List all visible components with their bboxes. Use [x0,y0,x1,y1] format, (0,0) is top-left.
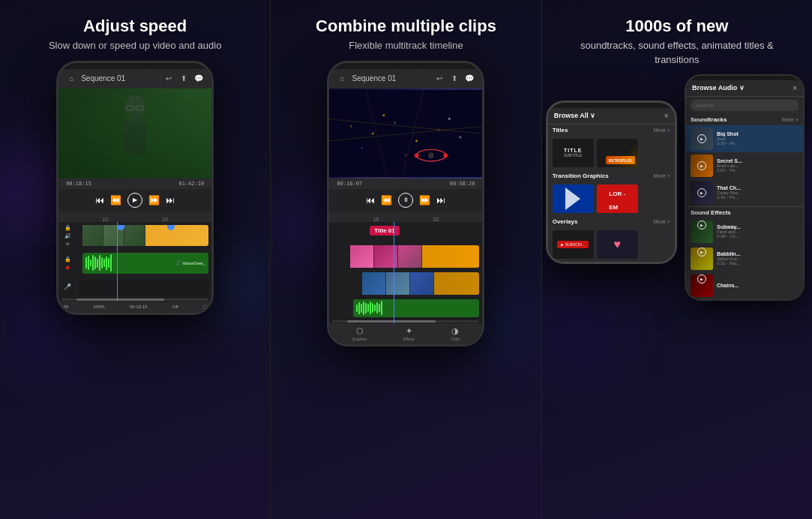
ruler-mark-10: 10 [102,217,108,222]
wb [376,302,378,314]
skip-start-btn-2[interactable]: ⏮ [366,195,375,206]
sfx-item-babbling[interactable]: ▶ Babblin... Splice Ext... 0:31 - Nat... [686,245,803,272]
undo-icon-1[interactable]: ↩ [163,74,174,84]
voiceover-label: 🎵 VoiceOver_ [175,260,205,266]
play-btn-chains[interactable]: ▶ [697,274,706,284]
wave-bar [92,255,94,272]
lock-icon-audio[interactable]: 🔒 [64,256,71,262]
play-btn-2[interactable]: ⏸ [398,193,413,208]
skip-end-btn-2[interactable]: ⏭ [436,195,445,206]
audio-search-box[interactable]: Search [691,100,799,111]
audio-item-that[interactable]: ▶ That Ch... Carey Ros... 2:42 - Po... [686,179,803,206]
sfx-item-chains[interactable]: ▶ Chains... [686,272,803,299]
overlays-more[interactable]: More > [654,219,670,224]
undo-icon-2[interactable]: ↩ [434,74,445,84]
step-back-btn-2[interactable]: ⏪ [381,195,392,206]
step-back-btn-1[interactable]: ⏪ [110,195,121,206]
skip-to-start-btn-1[interactable]: ⏮ [95,195,104,206]
keyframe-handle-right[interactable] [167,225,175,230]
video-track-container-2a [347,244,482,269]
overlay-subscribe[interactable]: ▶ SUBSCRI... [553,230,594,259]
comment-icon-1[interactable]: 💬 [193,74,204,84]
track-video-inner [82,225,145,246]
share-icon-1[interactable]: ⬆ [178,74,189,84]
track-thumb-3 [124,225,145,246]
waveform-2 [353,299,479,317]
soundtracks-more[interactable]: More > [782,117,799,122]
sound-effects-section: Sound Effects ▶ Subway... Field and... 0… [686,206,803,299]
bottom-icon-effects[interactable]: ✦ Effects [403,326,415,341]
audio-item-big-shot[interactable]: ▶ Big Shot Asat 3:30 - Alt... [686,125,803,152]
graphics-label: Graphics [352,337,367,341]
share-icon-2[interactable]: ⬆ [449,74,460,84]
step-fwd-btn-2[interactable]: ⏩ [419,195,430,206]
sfx-label: Sound Effects [691,209,731,216]
h-scrollbar-2 [332,320,479,322]
svg-point-17 [361,147,363,148]
sfx-item-subway[interactable]: ▶ Subway... Field and... 0:38 - Cit... [686,218,803,245]
overlay-hearts[interactable]: ♥ [597,230,638,259]
comment-icon-2[interactable]: 💬 [464,74,475,84]
play-btn-subway[interactable]: ▶ [697,220,706,230]
search-placeholder: Search [695,102,714,109]
h-scrollbar-thumb-2[interactable] [347,320,436,322]
video-track-container-1 [76,224,211,248]
wb [370,302,371,314]
timecode-bar-2: 00:16:07 00:58:20 [329,178,482,189]
timeline-area-1: 🔒 🔊 👁 [58,222,211,302]
audio-track-container: 🎵 VoiceOver_ [76,251,211,275]
title-thumb-classic[interactable]: TITLE SUBTITLE [553,139,594,167]
chevron-icon [565,188,580,210]
svg-point-15 [438,129,439,130]
play-btn-big-shot[interactable]: ▶ [697,134,706,143]
eye-icon-1[interactable]: 👁 [65,242,70,247]
audio-track-row: 🔒 ⏺ 🎵 VoiceOver_ [58,250,211,277]
trans-thumb-lorem[interactable]: LOR -EM [597,184,638,213]
record-icon[interactable]: ⏺ [65,265,70,270]
h-scrollbar-thumb-1[interactable] [76,298,165,301]
phone-screen-1: ⌂ Sequence 01 ↩ ⬆ 💬 [58,69,211,313]
overlays-grid: ▶ SUBSCRI... ♥ [548,227,675,262]
sfx-name-subway: Subway... [717,224,799,230]
soundtracks-label: Soundtracks [691,116,727,123]
title-clip-block: Title 01 [370,226,399,236]
phone-front: Browse All ∨ × Titles More > TITLE SUBTI… [546,100,677,264]
lock-icon-1[interactable]: 🔒 [64,225,71,231]
skip-to-end-btn-1[interactable]: ⏭ [166,195,175,206]
play-btn-babbling[interactable]: ▶ [697,248,706,256]
play-btn-that[interactable]: ▶ [697,188,706,197]
subscribe-btn: ▶ SUBSCRI... [557,241,589,248]
sfx-thumb-chains: ▶ [691,274,713,297]
home-icon-1: ⌂ [66,74,76,84]
step-fwd-btn-1[interactable]: ⏩ [148,195,160,206]
play-btn-secret[interactable]: ▶ [697,161,706,170]
audio-item-secret[interactable]: ▶ Secret S... Brad Lan... 3:07 - Po... [686,152,803,179]
close-icon-all[interactable]: × [664,112,669,120]
mic-icon[interactable]: 🎤 [64,284,71,290]
audio-icon-1[interactable]: 🔊 [64,233,71,239]
wave-bar [110,254,112,272]
close-icon-audio[interactable]: × [793,84,797,92]
transition-label: Transition Graphics [553,172,609,179]
bottom-icon-color[interactable]: ◑ Color [451,326,460,341]
transition-more[interactable]: More > [654,173,670,178]
overlays-label: Overlays [553,218,578,225]
wave-bar [101,257,103,269]
wb [372,303,373,313]
titles-more[interactable]: More > [654,128,670,133]
title-thumb-retroplus[interactable]: RETROPLUS [597,139,638,167]
svg-point-13 [394,122,396,123]
phone-back: Browse Audio ∨ × Search Soundtracks More… [685,74,805,301]
wb [367,304,369,312]
sfx-info-subway: Subway... Field and... 0:38 - Cit... [717,224,799,238]
track-controls-1: 🔒 🔊 👁 [58,224,76,248]
trans-thumb-chevron[interactable] [553,184,594,213]
timeline-area-2: Title 01 [329,222,482,323]
browse-audio-header: Browse Audio ∨ × [686,80,803,97]
timecode-2a: 00:16:07 [337,181,362,187]
play-btn-1[interactable]: ▶ [127,193,142,208]
bottom-icon-graphics[interactable]: ⬡ Graphics [352,326,367,341]
audio-name-secret: Secret S... [717,158,799,164]
forest-overlay [58,88,211,178]
retroplus-badge: RETROPLUS [606,156,635,164]
